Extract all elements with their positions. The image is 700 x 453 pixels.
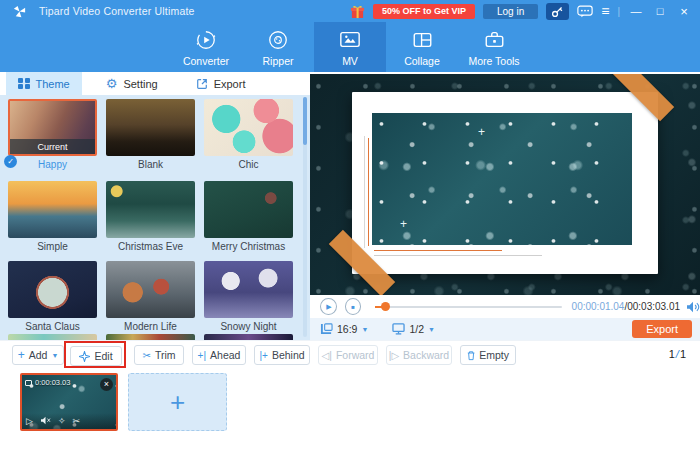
forward-label: Forward (336, 349, 375, 361)
remove-clip-button[interactable]: × (100, 378, 113, 391)
converter-icon (195, 28, 217, 52)
feedback-icon[interactable] (577, 5, 593, 18)
clip-edit-icon[interactable]: ✧ (58, 416, 66, 426)
backward-button[interactable]: |▷ Backward (386, 345, 452, 365)
collage-icon (411, 28, 434, 52)
tab-setting[interactable]: ⚙ Setting (94, 72, 170, 95)
ahead-button[interactable]: +| Ahead (192, 345, 246, 365)
minimize-button[interactable]: — (628, 5, 644, 17)
more-tools-icon (483, 28, 506, 52)
menu-icon[interactable]: ≡ (601, 4, 609, 18)
timeline-clip[interactable]: 0:00:03.03 × ▷ ✧ ✂ (20, 373, 118, 431)
edit-label: Edit (94, 350, 112, 362)
gift-icon[interactable] (350, 4, 365, 19)
theme-name: Modern Life (106, 321, 195, 332)
theme-thumbnail-merry-christmas[interactable] (204, 181, 293, 238)
register-key-button[interactable] (546, 3, 569, 20)
mv-icon (338, 28, 362, 52)
decor-line (368, 138, 369, 246)
theme-name: Santa Claus (8, 321, 97, 332)
selected-check-icon: ✓ (4, 155, 17, 168)
insert-behind-icon: |+ (259, 350, 267, 361)
stop-button[interactable]: ■ (345, 298, 362, 315)
time-display: 00:00:01.04/00:03:03.01 (572, 301, 680, 312)
tab-collage[interactable]: Collage (386, 22, 458, 72)
tab-setting-label: Setting (123, 78, 157, 90)
tab-converter[interactable]: Converter (170, 22, 242, 72)
tab-more-tools-label: More Tools (468, 55, 519, 67)
display-mode-select[interactable]: 1/2 ▼ (392, 323, 435, 335)
page-counter: 1/1 (669, 348, 686, 360)
clip-duration-text: 0:00:03.03 (35, 378, 70, 387)
titlebar-separator: | (617, 6, 620, 17)
maximize-button[interactable]: □ (652, 5, 668, 17)
theme-panel: Theme ⚙ Setting Export Current Happy (0, 72, 310, 340)
move-backward-icon: |▷ (389, 350, 399, 361)
clip-mute-icon[interactable] (40, 416, 51, 427)
aspect-ratio-select[interactable]: 16:9 ▼ (320, 323, 368, 335)
theme-thumbnail-blank[interactable] (106, 99, 195, 156)
aspect-ratio-value: 16:9 (337, 323, 357, 335)
add-clip-dropzone[interactable]: + (128, 373, 227, 431)
tab-collage-label: Collage (404, 55, 440, 67)
theme-thumbnail-snowy-night[interactable] (204, 261, 293, 318)
login-button[interactable]: Log in (483, 4, 538, 19)
page-total: 1 (680, 348, 686, 360)
theme-thumbnail-chic[interactable] (204, 99, 293, 156)
tab-converter-label: Converter (183, 55, 229, 67)
edit-highlight-box: Edit (64, 341, 126, 368)
tab-ripper-label: Ripper (263, 55, 294, 67)
trim-button[interactable]: ✂ Trim (134, 345, 184, 365)
tab-export[interactable]: Export (184, 72, 258, 95)
theme-thumbnail-simple[interactable] (8, 181, 97, 238)
theme-thumbnail-santa-claus[interactable] (8, 261, 97, 318)
empty-button[interactable]: Empty (460, 345, 516, 365)
tab-mv-label: MV (342, 55, 358, 67)
decor-line (374, 250, 502, 251)
tab-export-label: Export (214, 78, 246, 90)
video-preview[interactable]: + + (310, 74, 700, 295)
plus-icon: + (18, 348, 25, 362)
speaker-icon (686, 301, 700, 313)
volume-button[interactable] (686, 301, 700, 313)
add-label: Add (29, 349, 48, 361)
theme-name: Snowy Night (204, 321, 293, 332)
clip-label-icon (25, 380, 32, 386)
theme-name: Blank (106, 159, 195, 170)
close-button[interactable]: × (676, 4, 692, 19)
edit-button[interactable]: Edit (70, 346, 122, 366)
add-button[interactable]: + Add ▼ (12, 345, 64, 365)
behind-label: Behind (272, 349, 305, 361)
theme-scrollbar-thumb[interactable] (303, 97, 307, 145)
decor-line (374, 255, 542, 256)
tab-theme[interactable]: Theme (6, 72, 82, 95)
scissors-icon: ✂ (143, 350, 151, 361)
key-icon (551, 5, 564, 18)
export-button[interactable]: Export (632, 320, 692, 338)
tab-mv[interactable]: MV (314, 22, 386, 72)
play-button[interactable]: ▶ (320, 298, 337, 315)
app-window: Tipard Video Converter Ultimate 50% OFF … (0, 0, 700, 453)
theme-thumbnail-modern-life[interactable] (106, 261, 195, 318)
timeline-strip: 0:00:03.03 × ▷ ✧ ✂ + (0, 368, 700, 453)
clip-trim-icon[interactable]: ✂ (72, 416, 80, 426)
theme-thumbnail-christmas-eve[interactable] (106, 181, 195, 238)
sparkle-icon: + (400, 217, 407, 231)
forward-button[interactable]: ◁| Forward (318, 345, 378, 365)
theme-grid-icon (18, 78, 30, 90)
polaroid-frame: + + (352, 92, 658, 274)
ripper-icon (267, 28, 289, 52)
theme-name: Christmas Eve (106, 241, 195, 252)
progress-slider[interactable] (375, 306, 561, 308)
tab-more-tools[interactable]: More Tools (458, 22, 530, 72)
promo-badge[interactable]: 50% OFF to Get VIP (373, 4, 475, 19)
decor-line (364, 136, 365, 248)
trim-label: Trim (155, 349, 176, 361)
export-icon (196, 78, 208, 90)
total-time: 00:03:03.01 (627, 301, 680, 312)
behind-button[interactable]: |+ Behind (254, 345, 310, 365)
clip-play-icon[interactable]: ▷ (26, 416, 33, 426)
theme-thumbnail-happy[interactable]: Current (8, 99, 97, 156)
tab-ripper[interactable]: Ripper (242, 22, 314, 72)
progress-handle[interactable] (381, 302, 390, 311)
